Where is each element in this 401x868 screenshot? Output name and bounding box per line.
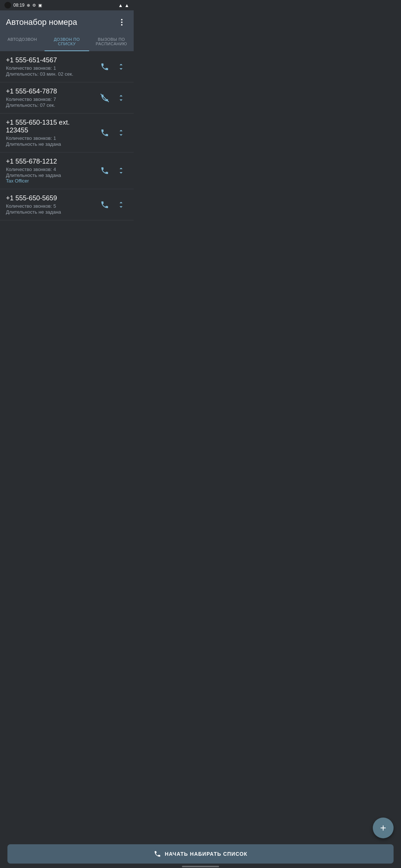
item-actions [98, 126, 128, 139]
item-content-3: +1 555-678-1212Количество звонков: 4Длит… [6, 158, 94, 184]
item-phone: +1 555-650-1315 ext. 123455 [6, 119, 94, 134]
signal-icon: ▲ [124, 3, 129, 8]
status-bar-left: 08:19 ⊕ ⚙ ▣ [4, 2, 42, 9]
svg-point-1 [121, 22, 123, 23]
item-content-4: +1 555-650-5659Количество звонков: 5Длит… [6, 194, 94, 215]
item-duration: Длительность не задана [6, 172, 94, 178]
item-calls-count: Количество звонков: 7 [6, 96, 94, 102]
status-bar: 08:19 ⊕ ⚙ ▣ ▲ ▲ [0, 0, 134, 10]
camera-indicator [4, 2, 11, 9]
item-calls-count: Количество звонков: 1 [6, 135, 94, 141]
item-actions [98, 164, 128, 177]
item-duration: Длительность не задана [6, 209, 94, 215]
reorder-button[interactable] [114, 60, 128, 73]
item-phone: +1 555-678-1212 [6, 158, 94, 165]
item-duration: Длительность: 07 сек. [6, 102, 94, 108]
item-content-2: +1 555-650-1315 ext. 123455Количество зв… [6, 119, 94, 147]
item-content-1: +1 555-654-7878Количество звонков: 7Длит… [6, 88, 94, 108]
mute-call-button[interactable] [98, 91, 111, 105]
list-item: +1 555-654-7878Количество звонков: 7Длит… [0, 82, 134, 114]
sim-icon: ▣ [38, 3, 42, 8]
svg-point-0 [121, 19, 123, 20]
item-calls-count: Количество звонков: 5 [6, 203, 94, 209]
item-content-0: +1 555-651-4567Количество звонков: 1Длит… [6, 56, 94, 77]
list-item: +1 555-650-5659Количество звонков: 5Длит… [0, 189, 134, 220]
item-phone: +1 555-654-7878 [6, 88, 94, 95]
reorder-button[interactable] [114, 91, 128, 105]
item-duration: Длительность не задана [6, 141, 94, 147]
list-item: +1 555-651-4567Количество звонков: 1Длит… [0, 51, 134, 82]
tabs-container: АВТОДОЗВОН ДОЗВОН ПО СПИСКУ ВЫЗОВЫ ПО РА… [0, 33, 134, 51]
call-button[interactable] [98, 164, 111, 177]
reorder-button[interactable] [114, 164, 128, 177]
item-calls-count: Количество звонков: 4 [6, 167, 94, 172]
status-time: 08:19 [13, 3, 25, 8]
status-bar-right: ▲ ▲ [118, 3, 129, 8]
item-calls-count: Количество звонков: 1 [6, 65, 94, 71]
app-title: Автонабор номера [6, 17, 77, 27]
reorder-button[interactable] [114, 126, 128, 139]
reorder-button[interactable] [114, 198, 128, 211]
item-actions [98, 91, 128, 105]
app-bar: Автонабор номера [0, 10, 134, 33]
location-icon: ⊕ [27, 3, 30, 8]
svg-line-3 [101, 94, 109, 102]
item-tag: Tax Officer [6, 178, 94, 184]
call-button[interactable] [98, 60, 111, 73]
tab-list-dial[interactable]: ДОЗВОН ПО СПИСКУ [45, 33, 89, 50]
settings-icon: ⚙ [32, 3, 36, 8]
more-icon [117, 18, 126, 27]
item-duration: Длительность: 03 мин. 02 сек. [6, 71, 94, 77]
call-button[interactable] [98, 198, 111, 211]
item-phone: +1 555-650-5659 [6, 194, 94, 202]
call-button[interactable] [98, 126, 111, 139]
svg-point-2 [121, 24, 123, 26]
calls-list: +1 555-651-4567Количество звонков: 1Длит… [0, 51, 134, 220]
more-options-button[interactable] [116, 16, 128, 28]
item-phone: +1 555-651-4567 [6, 56, 94, 64]
item-actions [98, 198, 128, 211]
list-item: +1 555-678-1212Количество звонков: 4Длит… [0, 152, 134, 189]
list-item: +1 555-650-1315 ext. 123455Количество зв… [0, 114, 134, 152]
tab-autodial[interactable]: АВТОДОЗВОН [0, 33, 45, 50]
tab-scheduled[interactable]: ВЫЗОВЫ ПО РАСПИСАНИЮ [89, 33, 134, 50]
item-actions [98, 60, 128, 73]
wifi-icon: ▲ [118, 3, 123, 8]
